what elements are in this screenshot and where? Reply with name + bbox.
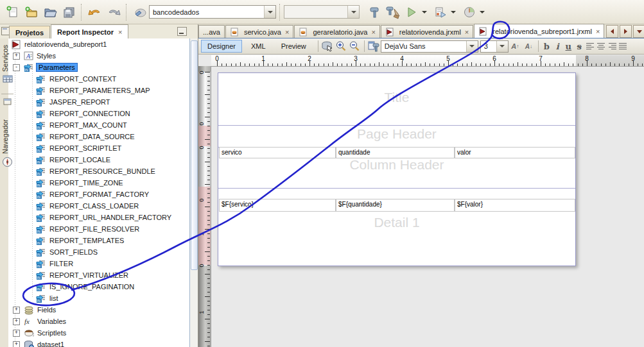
tree-item-styles[interactable]: +AStyles bbox=[8, 50, 189, 62]
tree-item-report-scriptlet[interactable]: INREPORT_SCRIPTLET bbox=[8, 142, 189, 154]
tree-item-scriptlets[interactable]: +Scriptlets bbox=[8, 327, 189, 339]
close-icon[interactable]: × bbox=[465, 28, 469, 36]
chevron-down-icon[interactable] bbox=[264, 6, 275, 18]
scroll-tabs-left-icon[interactable] bbox=[606, 25, 618, 38]
profile-dropdown-icon[interactable] bbox=[480, 11, 485, 13]
decrease-font-icon[interactable]: A↓ bbox=[522, 40, 535, 53]
tree-item-label[interactable]: REPORT_MAX_COUNT bbox=[49, 121, 127, 129]
close-icon[interactable]: × bbox=[371, 28, 375, 36]
expand-icon[interactable]: + bbox=[13, 307, 20, 314]
editor-tab--ava[interactable]: ...ava bbox=[198, 25, 225, 38]
view-button-designer[interactable]: Designer bbox=[201, 40, 242, 53]
align-left-icon[interactable] bbox=[585, 41, 596, 51]
increase-font-icon[interactable]: A↑ bbox=[509, 40, 522, 53]
align-right-icon[interactable] bbox=[607, 41, 618, 51]
new-file-icon[interactable] bbox=[3, 3, 22, 22]
close-icon[interactable]: × bbox=[118, 28, 122, 36]
tree-item-label[interactable]: Variables bbox=[37, 317, 66, 325]
close-icon[interactable]: × bbox=[285, 28, 289, 36]
editor-tab-relatoriovenda-subreport1-jrxml[interactable]: relatoriovenda_subreport1.jrxml× bbox=[474, 24, 604, 38]
tree-item-label[interactable]: REPORT_URL_HANDLER_FACTORY bbox=[49, 214, 171, 221]
report-wizard-icon[interactable] bbox=[367, 40, 381, 53]
compass-icon[interactable] bbox=[2, 157, 13, 169]
tree-item-label[interactable]: dataset1 bbox=[37, 341, 64, 347]
tree-item-report-resource-bundle[interactable]: INREPORT_RESOURCE_BUNDLE bbox=[8, 165, 189, 177]
minimize-panel-icon[interactable] bbox=[177, 27, 187, 36]
tree-item-report-max-count[interactable]: INREPORT_MAX_COUNT bbox=[8, 119, 189, 131]
tree-item-report-format-factory[interactable]: INREPORT_FORMAT_FACTORY bbox=[8, 189, 189, 200]
tree-item-label[interactable]: FILTER bbox=[49, 260, 73, 267]
tree-item-sort-fields[interactable]: INSORT_FIELDS bbox=[8, 246, 189, 258]
tree-item-parameters[interactable]: -INParameters bbox=[8, 62, 189, 73]
tree-item-label[interactable]: Fields bbox=[37, 306, 56, 314]
tab-report-inspector[interactable]: Report Inspector × bbox=[51, 24, 128, 38]
tree-item-report-parameters-map[interactable]: INREPORT_PARAMETERS_MAP bbox=[8, 85, 189, 96]
tree-item-variables[interactable]: +fxVariables bbox=[8, 316, 189, 327]
tree-item-label[interactable]: REPORT_PARAMETERS_MAP bbox=[49, 87, 150, 94]
tree-item-label[interactable]: relatoriovenda_subreport1 bbox=[24, 40, 107, 48]
detail-field-cell-3[interactable]: $F{valor} bbox=[455, 199, 575, 212]
tree-item-label[interactable]: SORT_FIELDS bbox=[49, 248, 98, 256]
tree-scrollbar[interactable] bbox=[190, 38, 198, 347]
chevron-down-icon[interactable] bbox=[496, 41, 508, 52]
tree-item-label[interactable]: REPORT_VIRTUALIZER bbox=[49, 271, 128, 279]
redo-icon[interactable] bbox=[104, 3, 123, 22]
expand-icon[interactable]: + bbox=[13, 53, 20, 60]
editor-tab-relatoriovenda-jrxml[interactable]: relatoriovenda.jrxml× bbox=[381, 25, 473, 38]
tree-item-label[interactable]: REPORT_CONNECTION bbox=[49, 110, 130, 117]
configuration-combobox[interactable] bbox=[284, 5, 360, 19]
font-size-combobox[interactable]: 3 bbox=[480, 40, 509, 53]
build-project-icon[interactable] bbox=[365, 3, 383, 22]
deploy-icon[interactable] bbox=[130, 3, 149, 22]
preview-data-icon[interactable] bbox=[321, 40, 335, 53]
tree-item-report-file-resolver[interactable]: INREPORT_FILE_RESOLVER bbox=[8, 223, 189, 235]
tree-item-report-context[interactable]: INREPORT_CONTEXT bbox=[8, 73, 189, 85]
tree-item-report-data-source[interactable]: INREPORT_DATA_SOURCE bbox=[8, 131, 189, 142]
expand-icon[interactable]: + bbox=[13, 341, 20, 347]
tree-item-label[interactable]: REPORT_TIME_ZONE bbox=[49, 179, 123, 187]
tree-item-label[interactable]: Parameters bbox=[36, 63, 78, 72]
detail-field-cell-1[interactable]: $F{servico} bbox=[219, 199, 336, 212]
detail-field-cell-2[interactable]: $F{quantidade} bbox=[336, 199, 455, 212]
column-header-cell-3[interactable]: valor bbox=[455, 147, 575, 158]
tree-item-label[interactable]: REPORT_RESOURCE_BUNDLE bbox=[49, 167, 155, 175]
tree-item-label[interactable]: IS_IGNORE_PAGINATION bbox=[49, 283, 134, 291]
tree-item-label[interactable]: list bbox=[49, 294, 58, 302]
undo-icon[interactable] bbox=[85, 3, 104, 22]
zoom-in-icon[interactable] bbox=[335, 40, 348, 53]
band-separator[interactable] bbox=[218, 125, 575, 126]
tree-item-fields[interactable]: +Fields bbox=[8, 304, 189, 316]
design-canvas[interactable]: 0123456789 0000101 TitlePage HeaderColum… bbox=[198, 55, 644, 347]
tree-item-report-url-handler-factory[interactable]: INREPORT_URL_HANDLER_FACTORY bbox=[8, 212, 189, 223]
open-project-icon[interactable] bbox=[40, 3, 59, 22]
zoom-out-icon[interactable] bbox=[348, 40, 361, 53]
tree-item-label[interactable]: REPORT_FORMAT_FACTORY bbox=[49, 190, 149, 198]
sidebar-tab-navegador[interactable]: Navegador bbox=[1, 119, 9, 154]
font-family-combobox[interactable]: DejaVu Sans bbox=[381, 40, 478, 53]
bold-icon[interactable]: b bbox=[541, 42, 552, 51]
band-separator[interactable] bbox=[218, 188, 575, 189]
tab-list-dropdown-icon[interactable] bbox=[633, 25, 644, 38]
tree-item-jasper-report[interactable]: INJASPER_REPORT bbox=[8, 96, 189, 108]
run-project-icon[interactable] bbox=[402, 3, 421, 22]
scroll-tabs-right-icon[interactable] bbox=[620, 25, 632, 38]
tree-item-report-virtualizer[interactable]: INREPORT_VIRTUALIZER bbox=[8, 269, 189, 281]
sidebar-tab-servicos[interactable]: Serviços bbox=[1, 45, 9, 72]
tree-item-dataset1[interactable]: +dataset1 bbox=[8, 339, 189, 347]
tree-item-is-ignore-pagination[interactable]: INIS_IGNORE_PAGINATION bbox=[8, 281, 189, 292]
tree-item-label[interactable]: REPORT_LOCALE bbox=[49, 156, 110, 164]
save-all-icon[interactable] bbox=[59, 3, 78, 22]
tree-item-label[interactable]: JASPER_REPORT bbox=[49, 98, 110, 106]
new-project-icon[interactable] bbox=[22, 3, 40, 22]
tree-item-label[interactable]: REPORT_FILE_RESOLVER bbox=[49, 225, 139, 233]
tree-item-label[interactable]: REPORT_TEMPLATES bbox=[49, 237, 124, 244]
tree-item-label[interactable]: REPORT_DATA_SOURCE bbox=[49, 133, 135, 140]
align-center-icon[interactable] bbox=[596, 41, 607, 51]
tree-item-report-connection[interactable]: INREPORT_CONNECTION bbox=[8, 108, 189, 119]
clean-build-project-icon[interactable] bbox=[383, 3, 402, 22]
report-page[interactable]: TitlePage HeaderColumn HeaderDetail 1ser… bbox=[218, 72, 576, 266]
tree-item-filter[interactable]: INFILTER bbox=[8, 258, 189, 269]
profile-project-icon[interactable] bbox=[460, 3, 478, 22]
view-button-xml[interactable]: XML bbox=[245, 40, 272, 53]
collapse-icon[interactable]: - bbox=[13, 64, 20, 71]
